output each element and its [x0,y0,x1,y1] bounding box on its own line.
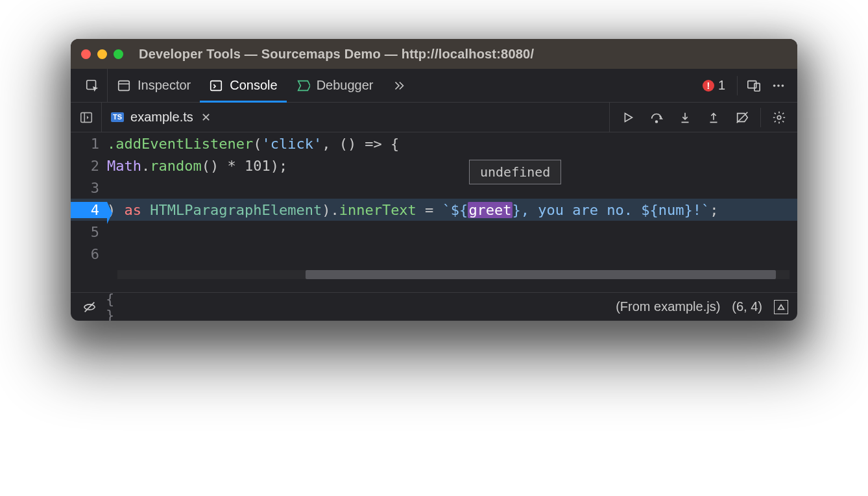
tooltip-text: undefined [480,164,550,180]
breakpoints-off-icon [735,110,749,125]
triangle-up-icon [777,303,786,312]
gear-icon [772,110,786,125]
cursor-position: (6, 4) [732,299,762,314]
svg-point-7 [773,84,776,87]
eye-off-icon [82,300,97,314]
svg-rect-1 [119,81,130,90]
resume-button[interactable] [614,103,642,132]
svg-point-9 [782,84,784,87]
value-tooltip: undefined [469,160,561,184]
meatballs-icon [771,79,786,93]
code-line-breakpoint: 4 ) as HTMLParagraphElement).innerText =… [71,199,797,221]
debugger-settings-button[interactable] [765,103,793,132]
pretty-print-toggle[interactable]: { } [106,291,125,321]
play-icon [621,110,635,125]
code-line: 5 [71,221,797,243]
svg-rect-6 [754,83,760,91]
deactivate-breakpoints-button[interactable] [728,103,756,132]
separator [760,108,761,127]
line-number[interactable]: 3 [71,180,107,196]
close-tab-button[interactable]: ✕ [200,110,212,125]
chevron-double-right-icon [392,79,406,93]
code-line: 1 .addEventListener('click', () => { [71,132,797,155]
separator [737,76,738,95]
devtools-window: Developer Tools — Sourcemaps Demo — http… [71,39,797,321]
svg-point-13 [656,121,658,123]
svg-rect-10 [80,112,91,122]
editor-tabrow: TS example.ts ✕ [71,103,797,132]
code-line: 3 [71,177,797,199]
line-number[interactable]: 2 [71,158,107,174]
step-in-icon [678,110,692,125]
overflow-menu-button[interactable] [766,69,791,102]
code-line: 6 [71,243,797,265]
status-bar: { } (From example.js) (6, 4) [71,292,797,321]
tab-console[interactable]: Console [200,69,286,102]
line-number[interactable]: 1 [71,136,107,152]
pick-element-icon [85,79,99,93]
panel-toggle-icon [79,110,93,125]
tab-debugger-label: Debugger [317,78,374,93]
responsive-mode-button[interactable] [741,69,766,102]
tab-console-label: Console [230,78,277,93]
tab-inspector-label: Inspector [138,78,191,93]
step-in-button[interactable] [671,103,699,132]
svg-point-18 [777,116,781,119]
error-count-badge[interactable]: ! 1 [695,78,733,93]
horizontal-scrollbar[interactable] [117,270,790,279]
file-tab-example[interactable]: TS example.ts ✕ [102,103,221,132]
minimize-window-button[interactable] [97,49,107,59]
scrollbar-thumb[interactable] [306,270,776,279]
typescript-icon: TS [111,112,124,122]
console-icon [209,79,223,93]
svg-point-8 [777,84,780,87]
code-line: 2 Math.random() * 101); [71,155,797,177]
step-out-icon [706,110,721,125]
close-window-button[interactable] [81,49,91,59]
svg-marker-4 [298,81,309,90]
svg-rect-5 [748,81,756,88]
code-editor[interactable]: undefined 1 .addEventListener('click', (… [71,132,797,292]
tab-inspector[interactable]: Inspector [108,69,200,102]
window-titlebar: Developer Tools — Sourcemaps Demo — http… [71,39,797,69]
error-icon: ! [703,80,714,92]
debugger-icon [296,79,310,93]
devtools-toolbar: Inspector Console Debugger ! 1 [71,69,797,103]
braces-icon: { } [106,291,125,321]
blackbox-toggle[interactable] [80,300,99,314]
tab-debugger[interactable]: Debugger [287,69,383,102]
more-tabs-button[interactable] [383,69,415,102]
debug-controls [609,103,797,132]
source-map-toggle[interactable] [774,300,788,314]
pick-element-button[interactable] [77,69,108,102]
line-number[interactable]: 6 [71,246,107,262]
line-number-breakpoint[interactable]: 4 [71,202,107,218]
step-over-button[interactable] [642,103,671,132]
line-number[interactable]: 5 [71,224,107,240]
svg-marker-12 [625,113,632,121]
file-tab-label: example.ts [130,110,193,125]
step-out-button[interactable] [699,103,728,132]
devices-icon [747,79,761,93]
inspector-icon [117,79,131,93]
svg-rect-3 [211,81,222,90]
sources-panel-toggle[interactable] [71,103,102,132]
svg-line-19 [85,302,95,312]
step-over-icon [649,110,664,125]
source-map-origin: (From example.js) [616,299,720,314]
window-traffic-lights [81,49,123,59]
error-count: 1 [718,78,725,93]
zoom-window-button[interactable] [114,49,123,59]
window-title: Developer Tools — Sourcemaps Demo — http… [139,47,534,62]
